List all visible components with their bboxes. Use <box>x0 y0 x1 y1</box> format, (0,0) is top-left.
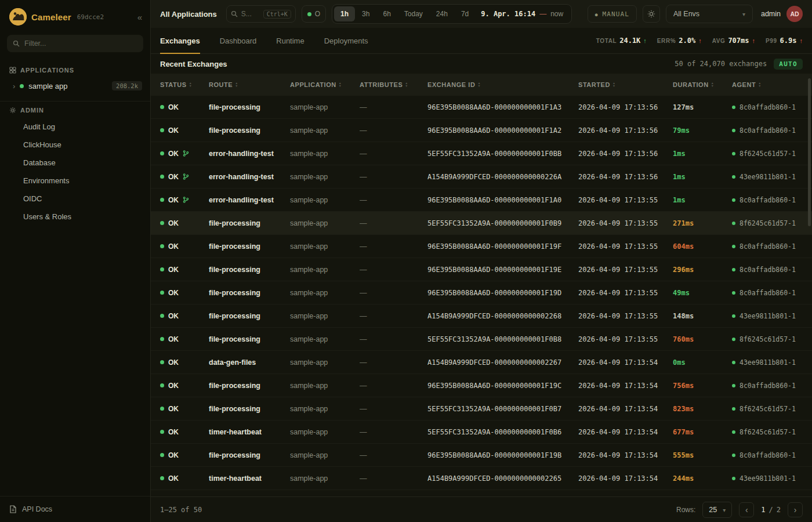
status-label: OK <box>168 451 179 459</box>
exchange-id-cell: 5EF55FC31352A9A-000000000001F0B8 <box>427 335 578 343</box>
time-range-7d[interactable]: 7d <box>455 6 475 21</box>
table-row[interactable]: OK file-processing sample-app — 96E395B0… <box>151 96 812 119</box>
sidebar-item-users-roles[interactable]: Users & Roles <box>0 208 150 226</box>
time-range-6h[interactable]: 6h <box>376 6 397 21</box>
column-header-agent[interactable]: AGENT <box>732 81 803 88</box>
table-scrollbar[interactable] <box>808 78 811 226</box>
duration-cell: 823ms <box>673 405 732 413</box>
time-range-24h[interactable]: 24h <box>430 6 454 21</box>
agent-cell: 43ee9811b801-1 <box>732 312 803 320</box>
tab-deployments[interactable]: Deployments <box>324 28 368 53</box>
trend-up-icon: ↑ <box>800 37 803 44</box>
table-row[interactable]: OK timer-heartbeat sample-app — 5EF55FC3… <box>151 420 812 444</box>
application-cell: sample-app <box>290 150 360 158</box>
attributes-cell: — <box>360 173 427 181</box>
time-range-1h[interactable]: 1h <box>334 6 355 21</box>
table-row[interactable]: OK timer-heartbeat sample-app — A154B9A9… <box>151 467 812 490</box>
table-row[interactable]: OK file-processing sample-app — 96E395B0… <box>151 119 812 142</box>
application-cell: sample-app <box>290 451 360 459</box>
sidebar-filter-input[interactable]: Filter... <box>7 35 143 52</box>
table-row[interactable]: OK file-processing sample-app — 5EF55FC3… <box>151 212 812 235</box>
exchange-id-cell: 96E395B0088AA6D-000000000001F19E <box>427 266 578 274</box>
agent-cell: 8c0affadb860-1 <box>732 242 803 251</box>
sidebar-item-sample-app[interactable]: sample app 208.2k <box>0 78 150 94</box>
route-cell: file-processing <box>209 382 290 390</box>
topbar: All Applications S... Ctrl+K O 1h 3h 6h … <box>151 0 812 28</box>
table-header: STATUS ROUTE APPLICATION ATTRIBUTES EXCH… <box>151 74 812 96</box>
started-cell: 2026-04-09 17:13:55 <box>578 196 673 204</box>
duration-cell: 79ms <box>673 126 732 135</box>
next-page-button[interactable]: › <box>788 502 803 517</box>
column-header-started[interactable]: STARTED <box>578 81 673 88</box>
application-cell: sample-app <box>290 242 360 251</box>
theme-toggle-button[interactable] <box>643 5 660 23</box>
column-header-attributes[interactable]: ATTRIBUTES <box>360 81 427 88</box>
time-range-3h[interactable]: 3h <box>356 6 376 21</box>
table-row[interactable]: OK error-handling-test sample-app — A154… <box>151 165 812 188</box>
sidebar-item-environments[interactable]: Environments <box>0 172 150 190</box>
table-row[interactable]: OK file-processing sample-app — 5EF55FC3… <box>151 328 812 351</box>
table-row[interactable]: OK file-processing sample-app — A154B9A9… <box>151 304 812 328</box>
table-row[interactable]: OK file-processing sample-app — 96E395B0… <box>151 444 812 467</box>
column-header-duration[interactable]: DURATION <box>673 81 732 88</box>
sort-icon <box>478 82 480 88</box>
time-range-today[interactable]: Today <box>398 6 429 21</box>
prev-page-button[interactable]: ‹ <box>739 502 754 517</box>
logo[interactable]: Cameleer 69dcce2 <box>9 8 104 26</box>
column-header-exchange-id[interactable]: EXCHANGE ID <box>427 81 578 88</box>
tabs: Exchanges Dashboard Runtime Deployments <box>160 28 368 53</box>
auto-refresh-badge[interactable]: AUTO <box>774 59 803 70</box>
tab-exchanges[interactable]: Exchanges <box>160 28 200 53</box>
attributes-cell: — <box>360 474 427 483</box>
agent-cell: 8f6245c61d57-1 <box>732 405 803 413</box>
sidebar-item-oidc[interactable]: OIDC <box>0 190 150 208</box>
manual-refresh-button[interactable]: MANUAL <box>588 5 637 23</box>
applications-section-label: APPLICATIONS <box>20 67 74 74</box>
sidebar-item-database[interactable]: Database <box>0 154 150 172</box>
api-docs-link[interactable]: API Docs <box>0 496 150 522</box>
exchange-id-cell: A154B9A999DFCED-000000000000226A <box>427 173 578 181</box>
rows-per-page-select[interactable]: 25 <box>702 502 732 518</box>
agent-id: 8c0affadb860-1 <box>740 289 796 297</box>
attributes-cell: — <box>360 312 427 320</box>
column-header-application[interactable]: APPLICATION <box>290 81 360 88</box>
table-row[interactable]: OK file-processing sample-app — 96E395B0… <box>151 235 812 258</box>
table-row[interactable]: OK file-processing sample-app — 96E395B0… <box>151 281 812 304</box>
tab-dashboard[interactable]: Dashboard <box>220 28 257 53</box>
sidebar-collapse-button[interactable]: « <box>137 12 142 22</box>
brand-name: Cameleer <box>31 12 71 22</box>
table-row[interactable]: OK error-handling-test sample-app — 5EF5… <box>151 142 812 165</box>
column-header-status[interactable]: STATUS <box>160 81 209 88</box>
date-range[interactable]: 9. Apr. 16:14 — now <box>481 10 563 18</box>
route-cell: error-handling-test <box>209 150 290 158</box>
column-header-route[interactable]: ROUTE <box>209 81 290 88</box>
search-icon <box>13 40 20 47</box>
table-row[interactable]: OK file-processing sample-app — 5EF55FC3… <box>151 397 812 420</box>
route-cell: file-processing <box>209 312 290 320</box>
route-cell: file-processing <box>209 335 290 343</box>
env-select[interactable]: All Envs <box>666 5 753 23</box>
date-separator: — <box>539 10 546 18</box>
tab-label: Runtime <box>276 37 304 45</box>
online-toggle[interactable]: O <box>302 5 326 23</box>
table-row[interactable]: OK file-processing sample-app — 96E395B0… <box>151 374 812 397</box>
table-row[interactable]: OK data-gen-files sample-app — A154B9A99… <box>151 351 812 374</box>
agent-id: 8c0affadb860-1 <box>740 126 796 135</box>
agent-id: 8c0affadb860-1 <box>740 103 796 111</box>
sidebar-item-audit-log[interactable]: Audit Log <box>0 118 150 136</box>
application-cell: sample-app <box>290 173 360 181</box>
tab-label: Exchanges <box>160 37 200 45</box>
status-label: OK <box>168 173 179 181</box>
sidebar-item-clickhouse[interactable]: ClickHouse <box>0 136 150 154</box>
user-avatar[interactable]: AD <box>786 6 803 22</box>
global-search-input[interactable]: S... Ctrl+K <box>226 5 296 23</box>
application-cell: sample-app <box>290 358 360 367</box>
tab-label: Dashboard <box>220 37 257 45</box>
date-to: now <box>550 10 563 18</box>
table-row[interactable]: OK error-handling-test sample-app — 96E3… <box>151 188 812 212</box>
agent-status-dot <box>732 129 735 132</box>
agent-cell: 8f6245c61d57-1 <box>732 150 803 158</box>
status-ok-dot <box>160 105 164 109</box>
table-row[interactable]: OK file-processing sample-app — 96E395B0… <box>151 258 812 281</box>
tab-runtime[interactable]: Runtime <box>276 28 304 53</box>
